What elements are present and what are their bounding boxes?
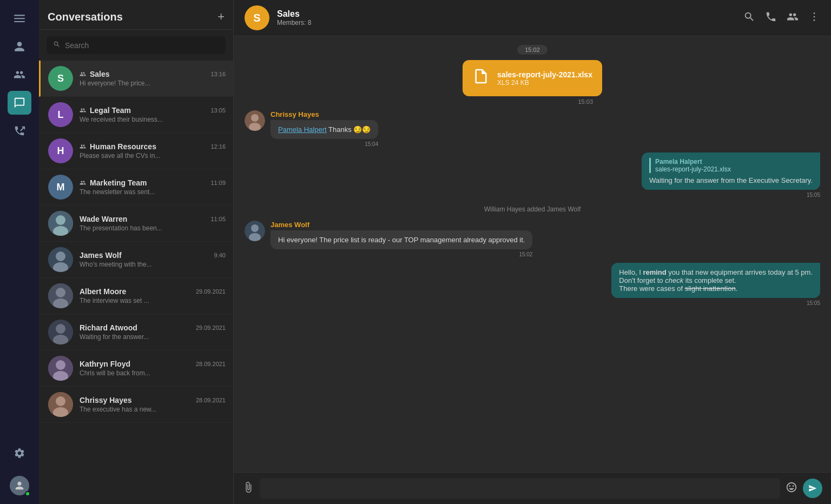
message-input[interactable] <box>260 478 780 499</box>
conversation-name: Marketing Team <box>80 178 147 187</box>
conversations-header: Conversations + <box>39 0 233 30</box>
members-icon[interactable] <box>787 11 799 25</box>
conversation-item-sales[interactable]: S Sales 13:16 Hi everyone! The price... <box>39 61 233 97</box>
message-bubble: Pamela Halpert Thanks 😏😏 <box>271 120 378 139</box>
conversation-item-wade[interactable]: Wade Warren 11:05 The presentation has b… <box>39 205 233 242</box>
message-text: Waiting for the answer from the Executiv… <box>649 176 813 184</box>
chat-input-area <box>234 472 831 504</box>
call-icon[interactable] <box>765 11 777 25</box>
message-text: Hi everyone! The price list is ready - o… <box>278 236 525 244</box>
icon-bar <box>0 0 39 504</box>
menu-icon[interactable] <box>8 6 31 30</box>
quote-file: sales-report-july-2021.xlsx <box>655 165 813 173</box>
conversation-preview: Who's meeting with the... <box>80 261 226 268</box>
sender-name: James Wolf <box>271 221 532 229</box>
conversation-item-legal[interactable]: L Legal Team 13:05 We received their bus… <box>39 97 233 133</box>
time-badge: 15:02 <box>517 45 548 55</box>
send-button[interactable] <box>803 479 822 498</box>
search-input[interactable] <box>65 41 219 50</box>
conversation-item-james[interactable]: James Wolf 9:40 Who's meeting with the..… <box>39 242 233 278</box>
conversation-preview: Please save all the CVs in... <box>80 152 226 160</box>
conversations-panel: Conversations + S Sales 13:16 Hi everyon… <box>39 0 234 504</box>
message-time: 15:05 <box>807 300 820 306</box>
chat-group-members: Members: 8 <box>277 19 736 26</box>
quote-reference: Pamela Halpert sales-report-july-2021.xl… <box>649 158 813 173</box>
conversation-avatar <box>48 392 73 417</box>
svg-point-23 <box>814 19 815 21</box>
conversation-avatar <box>48 211 73 236</box>
message-bubble-out: Pamela Halpert sales-report-july-2021.xl… <box>642 152 820 190</box>
conversation-preview: The executive has a new... <box>80 406 226 413</box>
svg-point-4 <box>56 215 65 225</box>
conversation-time: 9:40 <box>214 252 226 258</box>
file-size: XLS 24 KB <box>497 79 592 87</box>
svg-point-22 <box>814 16 815 17</box>
file-info: sales-report-july-2021.xlsx XLS 24 KB <box>497 70 592 87</box>
conversation-list: S Sales 13:16 Hi everyone! The price... … <box>39 61 233 504</box>
conversation-preview: The newsletter was sent... <box>80 188 226 196</box>
sender-name: Chrissy Hayes <box>271 110 378 118</box>
user-avatar-icon[interactable] <box>8 474 31 498</box>
more-options-icon[interactable] <box>808 11 820 25</box>
conversation-item-richard[interactable]: Richard Atwood 29.09.2021 Waiting for th… <box>39 314 233 350</box>
contacts-icon[interactable] <box>8 35 31 58</box>
conversation-avatar <box>48 247 73 272</box>
svg-rect-1 <box>14 18 25 19</box>
conversation-preview: The presentation has been... <box>80 224 226 232</box>
file-time: 15:03 <box>245 98 820 105</box>
svg-point-21 <box>814 12 815 14</box>
sender-avatar <box>245 110 265 131</box>
conversation-time: 28.09.2021 <box>196 397 226 403</box>
svg-rect-2 <box>14 21 25 22</box>
team-icon[interactable] <box>8 63 31 87</box>
message-content: James Wolf Hi everyone! The price list i… <box>271 221 532 257</box>
message-time: 15:05 <box>807 192 820 198</box>
conversation-name: Human Resources <box>80 142 156 151</box>
conversation-item-kathryn[interactable]: Kathryn Floyd 28.09.2021 Chris will be b… <box>39 350 233 387</box>
attach-button[interactable] <box>242 481 254 496</box>
conversation-avatar: M <box>48 175 73 200</box>
add-conversation-button[interactable]: + <box>217 10 225 24</box>
file-message: sales-report-july-2021.xlsx XLS 24 KB <box>245 60 820 96</box>
emoji-button[interactable] <box>786 481 797 496</box>
conversation-info: Human Resources 12:16 Please save all th… <box>80 142 226 160</box>
conversation-info: Wade Warren 11:05 The presentation has b… <box>80 215 226 232</box>
conversation-item-albert[interactable]: Albert Moore 29.09.2021 The interview wa… <box>39 278 233 314</box>
settings-icon[interactable] <box>8 441 31 465</box>
message-incoming-chrissy: Chrissy Hayes Pamela Halpert Thanks 😏😏 1… <box>245 110 590 147</box>
conversation-info: Sales 13:16 Hi everyone! The price... <box>80 70 226 87</box>
message-time: 15:02 <box>271 251 532 257</box>
message-incoming-james: James Wolf Hi everyone! The price list i… <box>245 221 590 257</box>
search-chat-icon[interactable] <box>743 11 755 25</box>
chat-nav-icon[interactable] <box>8 91 31 115</box>
file-name: sales-report-july-2021.xlsx <box>497 70 592 79</box>
message-bubble: Hi everyone! The price list is ready - o… <box>271 230 532 249</box>
conversation-info: Albert Moore 29.09.2021 The interview wa… <box>80 287 226 304</box>
conversation-avatar <box>48 320 73 344</box>
calls-icon[interactable] <box>8 119 31 143</box>
svg-point-25 <box>251 114 259 122</box>
mention-link[interactable]: Pamela Halpert <box>278 125 327 134</box>
conversation-name: Richard Atwood <box>80 323 137 332</box>
chat-area: S Sales Members: 8 15:02 <box>234 0 831 504</box>
message-outgoing-pamela: Pamela Halpert sales-report-july-2021.xl… <box>245 152 820 198</box>
message-text: Hello, I remind you that new equipment a… <box>619 268 813 293</box>
conversation-info: Marketing Team 11:09 The newsletter was … <box>80 178 226 196</box>
conversation-avatar: H <box>48 138 73 163</box>
conversation-item-hr[interactable]: H Human Resources 12:16 Please save all … <box>39 133 233 169</box>
message-bubble-out: Hello, I remind you that new equipment a… <box>611 263 820 298</box>
conversation-name: Legal Team <box>80 106 131 115</box>
conversation-item-marketing[interactable]: M Marketing Team 11:09 The newsletter wa… <box>39 169 233 205</box>
svg-point-16 <box>56 360 65 370</box>
conversation-name: Sales <box>80 70 110 78</box>
conversation-name: Kathryn Floyd <box>80 360 130 368</box>
conversation-info: James Wolf 9:40 Who's meeting with the..… <box>80 251 226 268</box>
messages-area: 15:02 sales-report-july-2021.xlsx XLS 24… <box>234 36 831 472</box>
svg-point-28 <box>251 224 259 232</box>
svg-rect-0 <box>14 15 25 16</box>
conversation-item-chrissy[interactable]: Chrissy Hayes 28.09.2021 The executive h… <box>39 387 233 423</box>
system-message: William Hayes added James Wolf <box>245 203 820 215</box>
conversation-name: Chrissy Hayes <box>80 396 132 404</box>
conversation-preview: Hi everyone! The price... <box>80 79 226 87</box>
svg-point-13 <box>56 324 65 334</box>
